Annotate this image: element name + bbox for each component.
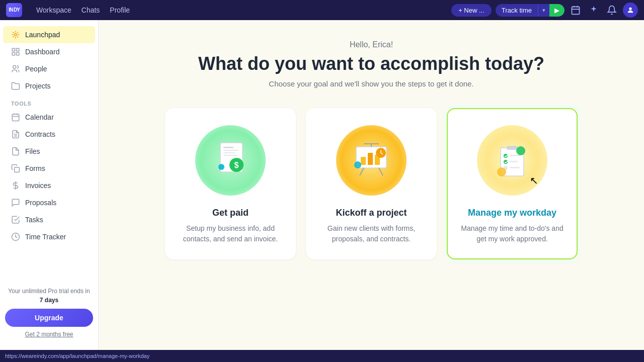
card-kickoff-desc: Gain new clients with forms, proposals, … xyxy=(319,223,424,244)
bell-icon xyxy=(607,5,617,15)
sidebar-item-contracts[interactable]: Contracts xyxy=(3,126,95,143)
top-navigation: IN DY Workspace Chats Profile + New ... … xyxy=(0,0,644,20)
project-illustration xyxy=(349,138,394,183)
projects-icon xyxy=(11,81,20,90)
calendar-sidebar-icon xyxy=(11,113,20,122)
nav-chats[interactable]: Chats xyxy=(82,6,100,14)
svg-rect-45 xyxy=(510,161,518,162)
free-months-link[interactable]: Get 2 months free xyxy=(5,331,93,338)
sidebar-item-dashboard-label: Dashboard xyxy=(25,48,60,56)
main-layout: Launchpad Dashboard People Projects Tool… xyxy=(0,20,644,350)
sidebar-item-proposals-label: Proposals xyxy=(25,199,56,207)
sidebar-item-projects-label: Projects xyxy=(25,82,51,90)
sidebar-bottom: Your unlimited Pro trial ends in 7 days … xyxy=(0,281,98,344)
calendar-icon-button[interactable] xyxy=(569,3,583,17)
sidebar-item-forms[interactable]: Forms xyxy=(3,160,95,177)
sidebar-item-proposals[interactable]: Proposals xyxy=(3,194,95,211)
card-kickoff-project[interactable]: Kickoff a project Gain new clients with … xyxy=(306,108,437,259)
card-get-paid-title: Get paid xyxy=(212,208,249,218)
files-icon xyxy=(11,147,20,156)
sidebar-item-time-tracker[interactable]: Time Tracker xyxy=(3,228,95,245)
svg-rect-7 xyxy=(17,48,19,51)
track-time-play-button[interactable]: ▶ xyxy=(549,4,565,17)
statusbar-url: https://weareindy.com/app/launchpad/mana… xyxy=(5,353,149,359)
svg-line-32 xyxy=(379,168,383,175)
card-kickoff-title: Kickoff a project xyxy=(336,208,407,218)
topnav-actions: + New ... Track time ▾ ▶ xyxy=(451,3,638,18)
sidebar-item-forms-label: Forms xyxy=(25,164,45,172)
sidebar: Launchpad Dashboard People Projects Tool… xyxy=(0,20,99,350)
card-workday-desc: Manage my time and to-do's and get my wo… xyxy=(460,223,565,244)
new-button[interactable]: + New ... xyxy=(451,4,492,17)
sidebar-item-launchpad[interactable]: Launchpad xyxy=(3,26,95,43)
invoice-illustration: $ xyxy=(210,138,251,183)
sub-heading: Choose your goal and we'll show you the … xyxy=(269,79,473,88)
sidebar-item-invoices[interactable]: Invoices xyxy=(3,177,95,194)
svg-rect-43 xyxy=(510,155,520,156)
svg-rect-9 xyxy=(12,53,15,55)
sidebar-item-files[interactable]: Files xyxy=(3,143,95,160)
svg-text:$: $ xyxy=(234,161,239,169)
svg-rect-33 xyxy=(361,157,366,165)
sidebar-item-tasks-label: Tasks xyxy=(25,216,43,224)
statusbar: https://weareindy.com/app/launchpad/mana… xyxy=(0,350,644,362)
nav-workspace[interactable]: Workspace xyxy=(36,6,71,14)
logo[interactable]: IN DY xyxy=(6,3,22,17)
card-kickoff-icon-area xyxy=(336,125,407,196)
sparkle-icon-button[interactable] xyxy=(587,3,601,17)
trial-info: Your unlimited Pro trial ends in 7 days xyxy=(5,287,93,305)
sidebar-item-projects[interactable]: Projects xyxy=(3,77,95,95)
sidebar-item-time-tracker-label: Time Tracker xyxy=(25,233,66,241)
svg-rect-17 xyxy=(15,167,20,172)
sidebar-item-people-label: People xyxy=(25,65,47,73)
user-avatar-button[interactable] xyxy=(623,3,638,18)
svg-point-10 xyxy=(13,65,16,68)
sidebar-item-people[interactable]: People xyxy=(3,60,95,77)
notification-bell-button[interactable] xyxy=(605,3,619,17)
sidebar-item-invoices-label: Invoices xyxy=(25,182,51,190)
sidebar-item-calendar[interactable]: Calendar xyxy=(3,109,95,126)
logo-box: IN DY xyxy=(6,3,22,17)
svg-point-48 xyxy=(516,146,525,155)
main-content: Hello, Erica! What do you want to accomp… xyxy=(99,20,644,350)
svg-rect-21 xyxy=(223,147,233,148)
svg-point-49 xyxy=(497,167,506,176)
launchpad-icon xyxy=(11,30,20,39)
invoices-icon xyxy=(11,181,20,190)
svg-rect-47 xyxy=(510,167,520,168)
nav-profile[interactable]: Profile xyxy=(110,6,130,14)
sparkle-icon xyxy=(589,5,599,15)
trial-days: 7 days xyxy=(40,297,58,304)
svg-rect-8 xyxy=(17,53,19,55)
sidebar-item-calendar-label: Calendar xyxy=(25,113,54,121)
sidebar-item-contracts-label: Contracts xyxy=(25,130,55,138)
svg-rect-11 xyxy=(12,114,19,121)
svg-point-4 xyxy=(629,8,631,10)
card-manage-workday[interactable]: ↖ Manage my workday Manage my time and t… xyxy=(447,108,578,259)
svg-rect-24 xyxy=(223,155,237,156)
svg-rect-23 xyxy=(223,152,235,153)
svg-rect-34 xyxy=(368,153,373,165)
proposals-icon xyxy=(11,198,20,207)
track-time-group: Track time ▾ ▶ xyxy=(496,4,565,17)
card-get-paid-icon-area: $ xyxy=(195,125,266,196)
svg-rect-22 xyxy=(223,150,238,151)
svg-rect-6 xyxy=(12,48,15,51)
track-time-label[interactable]: Track time xyxy=(496,4,538,17)
forms-icon xyxy=(11,164,20,173)
workday-illustration xyxy=(490,138,535,183)
card-get-paid-desc: Setup my business info, add contacts, an… xyxy=(178,223,283,244)
sidebar-item-tasks[interactable]: Tasks xyxy=(3,211,95,228)
tools-section-label: Tools xyxy=(0,95,98,109)
svg-point-39 xyxy=(354,161,361,168)
card-get-paid[interactable]: $ Get paid Setup my business info, add c… xyxy=(165,108,296,259)
calendar-icon xyxy=(571,5,581,15)
sidebar-item-dashboard[interactable]: Dashboard xyxy=(3,43,95,60)
sidebar-item-files-label: Files xyxy=(25,147,40,155)
card-workday-title: Manage my workday xyxy=(468,208,556,218)
greeting-text: Hello, Erica! xyxy=(350,40,393,49)
track-time-chevron-icon[interactable]: ▾ xyxy=(538,5,549,16)
card-workday-icon-area: ↖ xyxy=(477,125,547,196)
dashboard-icon xyxy=(11,47,20,56)
upgrade-button[interactable]: Upgrade xyxy=(5,309,93,327)
